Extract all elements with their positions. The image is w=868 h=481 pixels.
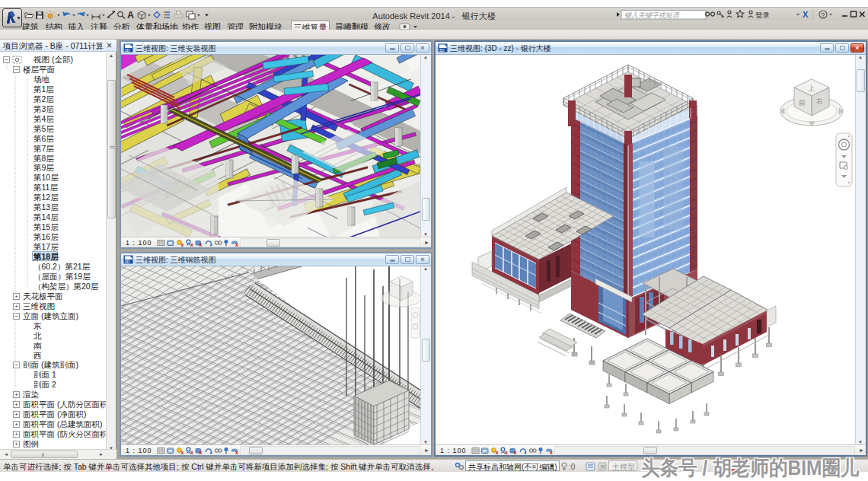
svg-text:厚: 厚	[600, 464, 605, 470]
svg-text:x: x	[190, 242, 193, 247]
svg-text:右: 右	[815, 97, 823, 105]
svg-text:键入关键字或短语: 键入关键字或短语	[624, 11, 680, 19]
svg-text:X: X	[803, 10, 809, 19]
svg-text:x: x	[496, 450, 499, 455]
svg-text:x: x	[199, 450, 203, 455]
svg-text:x: x	[505, 450, 508, 455]
svg-text:x: x	[235, 450, 238, 455]
svg-text:3D: 3D	[125, 260, 130, 264]
svg-text:x: x	[181, 450, 184, 455]
svg-text:前: 前	[799, 99, 806, 107]
svg-text:?: ?	[822, 11, 825, 19]
svg-text:上: 上	[808, 84, 815, 92]
svg-text:x: x	[199, 242, 203, 247]
svg-text:x: x	[190, 450, 193, 455]
svg-text:x: x	[514, 450, 517, 455]
svg-text:3D: 3D	[125, 48, 130, 53]
svg-text:x: x	[550, 450, 553, 455]
svg-text:登录: 登录	[755, 11, 771, 19]
svg-text:x: x	[181, 242, 184, 247]
svg-text::0: :0	[569, 463, 576, 471]
svg-text:x: x	[235, 242, 238, 247]
svg-text:3D: 3D	[439, 48, 445, 53]
